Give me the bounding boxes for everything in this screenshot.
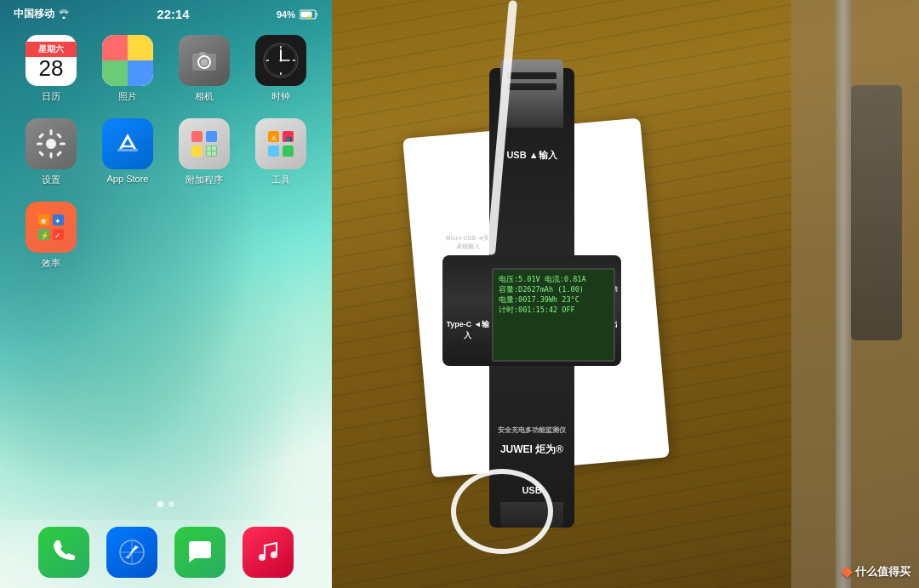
dock-phone[interactable] <box>38 527 89 578</box>
scene-pole <box>836 0 851 588</box>
clock-label: 时钟 <box>271 90 290 103</box>
phone-icon <box>38 527 89 578</box>
efficiency-icon: ★ ✦ ⚡ ✓ <box>26 202 77 253</box>
svg-rect-25 <box>56 133 62 139</box>
status-bar: 中国移动 22:14 94% ⚡ <box>0 0 332 25</box>
photos-icon <box>102 35 153 86</box>
calendar-label: 日历 <box>42 90 60 103</box>
app-grid: 星期六 28 日历 照片 相机 <box>0 25 332 280</box>
display-line-2: 容量:D2627mAh (1.00) <box>499 285 608 295</box>
svg-rect-27 <box>191 131 203 142</box>
svg-point-17 <box>46 139 56 149</box>
watermark-text: 什么值得买 <box>855 564 910 579</box>
usb-input-top-label: USB ▲输入 <box>506 149 557 162</box>
tester-display-screen: 电压:5.01V 电流:0.81A 容量:D2627mAh (1.00) 电量:… <box>492 268 615 362</box>
dock-music[interactable] <box>243 527 294 578</box>
svg-rect-19 <box>50 152 53 158</box>
svg-rect-28 <box>206 131 217 142</box>
clock-icon <box>255 35 306 86</box>
svg-text:⚡: ⚡ <box>40 231 50 241</box>
app-utilities[interactable]: 附加程序 <box>174 118 234 186</box>
app-tools[interactable]: A 📺 工具 <box>251 118 311 186</box>
dot-2 <box>168 501 174 507</box>
svg-rect-24 <box>38 151 44 157</box>
scene-object-right <box>851 85 902 340</box>
brand-label: JUWEI 炬为® <box>492 442 572 457</box>
status-left: 中国移动 <box>14 7 70 21</box>
status-right: 94% ⚡ <box>277 9 318 20</box>
settings-icon <box>26 118 77 169</box>
calendar-day: 28 <box>39 57 64 79</box>
svg-rect-34 <box>212 151 216 156</box>
type-c-left-label: Type-C ◄输入 <box>444 319 491 341</box>
battery-label: 94% <box>277 9 295 20</box>
svg-point-55 <box>271 551 277 558</box>
svg-rect-23 <box>56 151 62 157</box>
usb-tester: USB ▲输入 Micro USB ◄安卓线输入 Type-C ◄输入 Type… <box>442 68 621 528</box>
device-description-label: 安全充电多功能监测仪 <box>494 425 570 435</box>
wifi-icon <box>58 9 70 19</box>
svg-text:📺: 📺 <box>285 134 293 142</box>
app-photos[interactable]: 照片 <box>98 35 157 103</box>
music-icon <box>243 527 294 578</box>
watermark-diamond: ◆ <box>842 563 852 579</box>
cable-loop <box>451 469 553 554</box>
page-dots <box>0 501 332 507</box>
app-efficiency[interactable]: ★ ✦ ⚡ ✓ 效率 <box>21 202 81 270</box>
dock-messages[interactable] <box>174 527 225 578</box>
tester-body: USB ▲输入 Micro USB ◄安卓线输入 Type-C ◄输入 Type… <box>442 68 621 528</box>
svg-rect-20 <box>37 143 43 146</box>
photos-label: 照片 <box>118 90 137 103</box>
svg-rect-21 <box>60 143 66 146</box>
watermark: ◆ 什么值得买 <box>842 563 910 579</box>
tools-label: 工具 <box>271 174 290 186</box>
carrier-label: 中国移动 <box>14 7 54 21</box>
svg-rect-38 <box>283 146 294 157</box>
svg-text:★: ★ <box>40 217 48 225</box>
svg-rect-33 <box>207 151 211 156</box>
camera-label: 相机 <box>195 90 214 103</box>
messages-icon <box>174 527 225 578</box>
display-line-1: 电压:5.01V 电流:0.81A <box>499 275 608 285</box>
calendar-icon: 星期六 28 <box>26 35 77 86</box>
svg-point-54 <box>259 554 265 561</box>
settings-label: 设置 <box>42 174 60 186</box>
svg-text:A: A <box>271 134 277 142</box>
svg-rect-7 <box>199 52 206 55</box>
micro-usb-label: Micro USB ◄安卓线输入 <box>444 234 491 251</box>
app-settings[interactable]: 设置 <box>21 118 81 186</box>
svg-point-6 <box>201 59 208 66</box>
app-camera[interactable]: 相机 <box>174 35 234 103</box>
svg-rect-37 <box>268 146 279 157</box>
svg-point-16 <box>280 60 283 62</box>
dock <box>0 520 332 588</box>
time-display: 22:14 <box>157 7 189 21</box>
svg-rect-22 <box>38 133 44 139</box>
svg-rect-29 <box>191 146 203 157</box>
app-calendar[interactable]: 星期六 28 日历 <box>21 35 81 103</box>
display-line-4: 计时:001:15:42 OFF <box>499 305 608 316</box>
app-clock[interactable]: 时钟 <box>251 35 311 103</box>
tools-icon: A 📺 <box>255 118 306 169</box>
svg-rect-31 <box>207 146 211 151</box>
dock-safari[interactable] <box>106 527 157 578</box>
utilities-icon <box>179 118 230 169</box>
svg-text:✓: ✓ <box>54 231 61 240</box>
efficiency-label: 效率 <box>42 257 60 270</box>
photo-side: USB ▲输入 Micro USB ◄安卓线输入 Type-C ◄输入 Type… <box>332 0 919 588</box>
battery-icon: ⚡ <box>300 9 318 20</box>
iphone-screen: 中国移动 22:14 94% ⚡ 星期六 28 <box>0 0 332 588</box>
camera-icon <box>179 35 230 86</box>
safari-icon <box>106 527 157 578</box>
photos-grid <box>102 35 153 86</box>
svg-text:✦: ✦ <box>54 217 61 225</box>
appstore-icon <box>102 118 153 169</box>
svg-rect-18 <box>50 129 53 135</box>
utilities-label: 附加程序 <box>186 174 223 186</box>
app-appstore[interactable]: App Store <box>98 118 157 186</box>
svg-text:⚡: ⚡ <box>305 14 312 20</box>
svg-rect-32 <box>212 146 216 151</box>
dot-1 <box>157 501 163 507</box>
svg-rect-1 <box>317 13 318 16</box>
display-line-3: 电量:0017.39Wh 23°C <box>499 295 608 305</box>
